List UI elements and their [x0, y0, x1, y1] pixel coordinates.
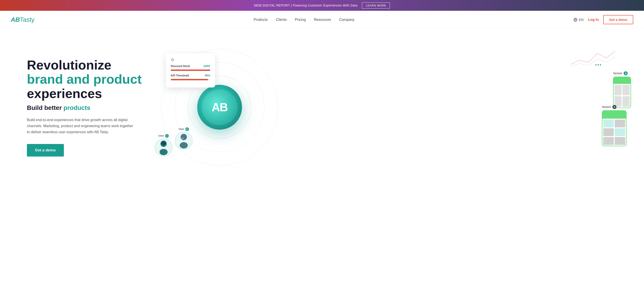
hero-cta-button[interactable]: Get a demo [27, 144, 64, 157]
ab-logo-circle: AB [197, 85, 242, 130]
logo-tasty: Tasty [20, 16, 34, 23]
variant-a-phone [613, 77, 631, 108]
hero-title: Revolutionize brand and product experien… [27, 58, 148, 101]
hero-section: Revolutionize brand and product experien… [0, 29, 644, 186]
ab-circle-inner: AB [202, 89, 238, 125]
metric-row-1: Discount block 100% [171, 65, 210, 68]
language-selector[interactable]: EN [574, 18, 584, 22]
variant-a-label: Variant A [613, 71, 631, 75]
nav-resources[interactable]: Resources [314, 18, 331, 22]
svg-point-6 [180, 134, 187, 140]
nav-pricing[interactable]: Pricing [295, 18, 306, 22]
login-button[interactable]: Log In [588, 18, 599, 22]
user-a-avatar [154, 139, 172, 157]
gear-icon: ⚙ [171, 57, 210, 62]
nav-products[interactable]: Products [254, 18, 268, 22]
svg-point-5 [161, 141, 166, 146]
hero-content: Revolutionize brand and product experien… [27, 58, 148, 157]
logo-ab: AB [11, 16, 20, 23]
phone-a-header [614, 77, 630, 84]
hero-illustration: ••• ⚙ Discount block 100% KPI Threshold … [148, 40, 633, 174]
vb-header [602, 111, 626, 119]
metric-row-2: KPI Threshold 95% [171, 74, 210, 77]
nav-company[interactable]: Company [339, 18, 354, 22]
vb-grid [602, 119, 626, 146]
avatar-a-svg [157, 140, 170, 155]
illustration-container: ••• ⚙ Discount block 100% KPI Threshold … [148, 40, 633, 174]
variant-b-phone [602, 110, 626, 146]
phone-cell [622, 85, 630, 95]
ab-circle-text: AB [212, 101, 228, 114]
svg-point-4 [160, 149, 168, 155]
hero-subtitle: Build better products [27, 104, 148, 111]
vb-cell [615, 120, 625, 127]
nav-links: Products Clients Pricing Resources Compa… [254, 18, 354, 22]
vb-cell [603, 128, 614, 136]
svg-point-7 [180, 142, 188, 148]
metric-bar-1-bg [171, 70, 210, 71]
nav-clients[interactable]: Clients [276, 18, 287, 22]
metric-bar-2-bg [171, 79, 210, 80]
get-demo-nav-button[interactable]: Get a demo [603, 15, 633, 24]
metric-bar-1-fill [171, 70, 210, 71]
three-dots: ••• [595, 62, 602, 68]
banner-cta-button[interactable]: LEARN MORE [362, 3, 390, 9]
user-a: User A [154, 134, 172, 157]
avatar-b-svg [177, 133, 190, 149]
phone-cell [614, 85, 622, 95]
vb-cell [615, 128, 625, 136]
vb-cell [615, 137, 625, 145]
logo[interactable]: AB Tasty [11, 16, 34, 23]
globe-icon [574, 18, 578, 22]
trend-chart [570, 47, 615, 69]
user-a-label: User A [154, 134, 172, 138]
vb-cell [603, 120, 614, 127]
hero-description: Build end-to-end experiences that drive … [27, 117, 134, 135]
vb-cell [603, 137, 614, 145]
metrics-card: ⚙ Discount block 100% KPI Threshold 95% [166, 53, 215, 88]
variant-b-panel: Variant B [602, 105, 626, 146]
main-navbar: AB Tasty Products Clients Pricing Resour… [0, 11, 644, 29]
variant-b-label: Variant B [602, 105, 626, 109]
nav-right: EN Log In Get a demo [574, 15, 633, 24]
phone-a-grid [614, 84, 630, 108]
chart-background [570, 47, 615, 70]
announcement-banner: NEW DIGITAL REPORT | Powering Customer E… [0, 0, 644, 11]
user-b-avatar [175, 132, 193, 150]
user-b: User B [175, 127, 193, 150]
user-b-label: User B [175, 127, 193, 131]
language-label: EN [579, 18, 584, 22]
metric-bar-2-fill [171, 79, 208, 80]
variant-a-panel: Variant A [613, 71, 631, 108]
banner-text: NEW DIGITAL REPORT | Powering Customer E… [254, 4, 358, 7]
